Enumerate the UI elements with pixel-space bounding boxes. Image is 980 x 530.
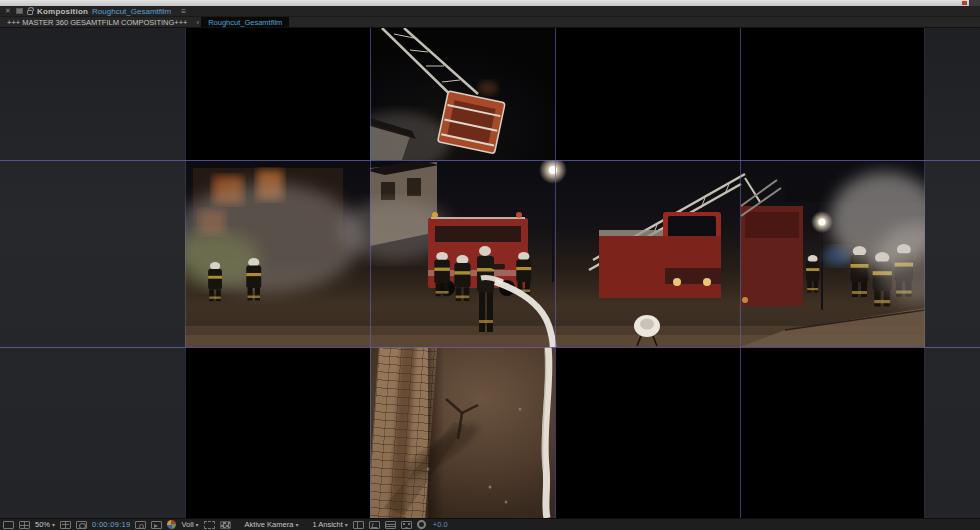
timeline-panel-icon[interactable] (385, 521, 396, 529)
show-channel-icon[interactable] (167, 520, 176, 529)
composition-viewer[interactable] (0, 28, 980, 518)
cubemap-cell-sky-ladder (370, 28, 555, 160)
reset-exposure-icon[interactable] (417, 520, 426, 529)
chevron-down-icon: ▾ (52, 521, 55, 528)
horizontal-guide[interactable] (0, 160, 980, 161)
tab-separator-icon: ‹ (194, 17, 201, 27)
aerial-ladder-graphic (370, 28, 555, 160)
ground-detail-graphic (370, 347, 555, 518)
chevron-down-icon: ▾ (345, 521, 348, 528)
fast-previews-icon[interactable] (369, 521, 380, 529)
after-effects-window: ✕ Komposition Roughcut_Gesamtfilm ≡ +++ … (0, 0, 980, 530)
region-of-interest-icon[interactable] (204, 521, 215, 529)
cubemap-cell-black (185, 28, 370, 160)
composition-panel-header: ✕ Komposition Roughcut_Gesamtfilm ≡ (0, 6, 980, 17)
camera-view-value: Aktive Kamera (245, 520, 294, 529)
flowchart-icon[interactable] (401, 521, 412, 529)
cubemap-cell-ground (370, 347, 555, 518)
mask-path-visibility-icon[interactable] (76, 521, 87, 529)
comp-left-edge (185, 28, 186, 518)
view-layout-value: 1 Ansicht (312, 520, 342, 529)
vertical-guide[interactable] (555, 28, 556, 518)
exposure-value[interactable]: +0.0 (433, 520, 448, 529)
always-preview-icon[interactable] (3, 521, 14, 529)
cubemap-cell-black (555, 347, 740, 518)
magnification-value: 50% (35, 520, 50, 529)
cubemap-cell-black (740, 347, 925, 518)
vertical-guide[interactable] (740, 28, 741, 518)
comp-right-edge (924, 28, 925, 518)
transparency-grid-icon[interactable] (220, 521, 231, 529)
panel-viewer-icon (16, 8, 23, 14)
vertical-guide[interactable] (370, 28, 371, 518)
cubemap-cell-black (185, 347, 370, 518)
timecode-display[interactable]: 0:00:09:19 (92, 520, 130, 529)
panel-close-icon[interactable]: ✕ (4, 7, 12, 15)
cubemap-cell-black (740, 28, 925, 160)
pixel-aspect-correction-icon[interactable] (353, 521, 364, 529)
comp-tab-bar: +++ MASTER 360 GESAMTFILM COMPOSITING+++… (0, 17, 980, 28)
horizontal-guide[interactable] (0, 347, 980, 348)
show-snapshot-icon[interactable] (151, 521, 162, 529)
chevron-down-icon: ▾ (295, 521, 298, 528)
tab-roughcut-comp[interactable]: Roughcut_Gesamtfilm (201, 17, 289, 27)
panel-menu-icon[interactable]: ≡ (181, 7, 186, 16)
camera-view-select[interactable]: Aktive Kamera ▾ (245, 520, 299, 529)
tab-master-comp[interactable]: +++ MASTER 360 GESAMTFILM COMPOSITING+++ (0, 17, 194, 27)
panel-title: Komposition (37, 7, 88, 16)
chevron-down-icon: ▾ (196, 521, 199, 528)
record-indicator-icon (962, 1, 967, 5)
cubemap-cell-black (555, 28, 740, 160)
grid-guide-options-icon[interactable] (19, 521, 30, 529)
view-layout-select[interactable]: 1 Ansicht ▾ (312, 520, 347, 529)
safe-margins-icon[interactable] (60, 521, 71, 529)
magnification-select[interactable]: 50% ▾ (35, 520, 55, 529)
resolution-select[interactable]: Voll ▾ (181, 520, 198, 529)
active-comp-name[interactable]: Roughcut_Gesamtfilm (92, 7, 171, 16)
lock-icon[interactable] (27, 10, 33, 15)
snapshot-icon[interactable] (135, 521, 146, 529)
resolution-value: Voll (181, 520, 193, 529)
viewer-toolbar: 50% ▾ 0:00:09:19 Voll ▾ Aktive Kamera ▾ … (0, 518, 980, 530)
